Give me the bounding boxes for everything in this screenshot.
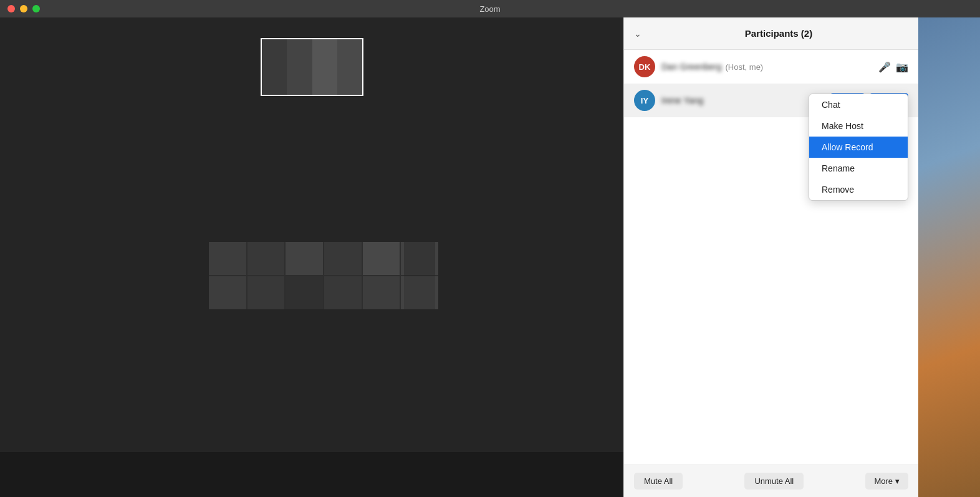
more-dropdown-menu: Chat Make Host Allow Record Rename Remov…	[809, 94, 908, 201]
maximize-button[interactable]	[32, 5, 40, 12]
video-thumbnail	[261, 38, 363, 96]
host-label: (Host, me)	[726, 62, 764, 72]
unmute-all-button[interactable]: Unmute All	[744, 473, 804, 490]
desktop-background	[918, 17, 980, 497]
panel-collapse-button[interactable]: ⌄	[634, 29, 641, 39]
participant-name: Dan Greenberg (Host, me)	[661, 62, 872, 72]
mic-icon: 🎤	[878, 61, 891, 73]
dropdown-item-rename[interactable]: Rename	[809, 158, 908, 179]
camera-off-icon: 📷	[896, 61, 908, 73]
video-area	[0, 17, 623, 497]
avatar: DK	[634, 56, 655, 77]
dropdown-item-chat[interactable]: Chat	[809, 94, 908, 115]
dropdown-item-allow-record[interactable]: Allow Record	[809, 137, 908, 158]
title-bar: Zoom	[0, 0, 980, 17]
video-content	[0, 17, 623, 452]
avatar: IY	[634, 90, 655, 111]
footer-more-button[interactable]: More ▾	[865, 473, 908, 490]
mute-all-button[interactable]: Mute All	[634, 473, 683, 490]
participant-icons: 🎤 📷	[878, 61, 908, 73]
close-button[interactable]	[7, 5, 15, 12]
participant-name: Irene Yang	[661, 95, 824, 105]
participants-panel: ⌄ Participants (2) DK Dan Greenberg (Hos…	[623, 17, 918, 497]
dropdown-item-remove[interactable]: Remove	[809, 179, 908, 200]
video-toolbar	[0, 452, 623, 497]
dropdown-item-make-host[interactable]: Make Host	[809, 115, 908, 137]
panel-header: ⌄ Participants (2)	[624, 17, 918, 50]
app-title: Zoom	[479, 4, 500, 14]
main-container: ⌄ Participants (2) DK Dan Greenberg (Hos…	[0, 17, 980, 497]
participant-item[interactable]: DK Dan Greenberg (Host, me) 🎤 📷	[624, 50, 918, 84]
panel-footer: Mute All Unmute All More ▾	[624, 465, 918, 497]
minimize-button[interactable]	[20, 5, 27, 12]
video-side	[404, 242, 435, 309]
panel-title: Participants (2)	[649, 28, 908, 39]
participant-display-name: Dan Greenberg	[661, 62, 722, 72]
footer-more-chevron-icon: ▾	[895, 476, 900, 486]
window-controls[interactable]	[7, 5, 40, 12]
participant-display-name: Irene Yang	[661, 95, 703, 105]
